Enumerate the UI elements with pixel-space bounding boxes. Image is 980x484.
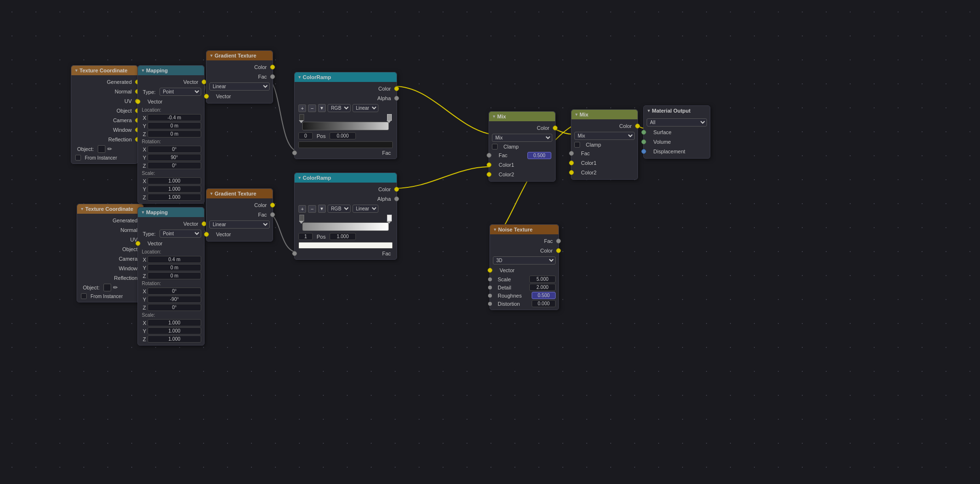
mapping2-loc-z[interactable] [148, 272, 201, 279]
cr1-fac-in[interactable] [292, 150, 297, 155]
cr1-pos-index[interactable] [298, 132, 313, 139]
noise-distortion-socket[interactable] [488, 302, 492, 306]
mapping1-rot-y[interactable] [148, 154, 201, 161]
mapping2-loc-y[interactable] [148, 264, 201, 271]
cr2-pos-index[interactable] [298, 233, 313, 240]
gt2-vector-in[interactable] [204, 232, 209, 237]
gt2-fac-out[interactable] [270, 212, 275, 217]
matout-surface-in[interactable] [641, 130, 646, 135]
mapping1-type-select[interactable]: Point [160, 88, 201, 96]
material-output-header[interactable]: ▾ Material Output [644, 106, 710, 115]
object-pencil-icon[interactable]: ✏ [107, 146, 112, 152]
cr1-menu-btn[interactable]: ▾ [318, 104, 326, 112]
colorramp-1-collapse[interactable]: ▾ [298, 75, 301, 80]
gt1-vector-in[interactable] [204, 94, 209, 99]
mix2-color1-in[interactable] [569, 161, 574, 165]
noise-detail-value[interactable] [529, 284, 556, 291]
colorramp-2-header[interactable]: ▾ ColorRamp [295, 173, 397, 183]
mix2-blend-select[interactable]: Mix [574, 132, 635, 140]
mapping-1-header[interactable]: ▾ Mapping [138, 66, 204, 75]
mapping2-scale-y[interactable] [148, 327, 201, 334]
mix1-color2-in[interactable] [487, 172, 491, 177]
material-output-collapse[interactable]: ▾ [648, 108, 650, 113]
gt2-type-select[interactable]: Linear [209, 220, 270, 229]
noise-scale-socket[interactable] [488, 277, 492, 281]
gradient-2-collapse[interactable]: ▾ [210, 191, 213, 196]
mix-1-collapse[interactable]: ▾ [493, 114, 495, 119]
mapping-1-collapse[interactable]: ▾ [142, 68, 144, 73]
mapping1-vector-in[interactable] [136, 99, 140, 104]
noise-collapse[interactable]: ▾ [494, 227, 496, 232]
mix2-clamp-checkbox[interactable] [574, 142, 580, 148]
cr1-interp-select[interactable]: Linear [353, 104, 378, 112]
from-instancer-checkbox[interactable] [75, 155, 81, 161]
mapping1-scale-x[interactable] [148, 177, 201, 184]
cr2-fac-in[interactable] [292, 251, 297, 256]
mapping2-scale-x[interactable] [148, 319, 201, 326]
noise-scale-value[interactable] [529, 276, 556, 283]
noise-distortion-value[interactable] [532, 300, 556, 307]
cr1-alpha-out[interactable] [394, 96, 399, 101]
gt1-color-out[interactable] [270, 65, 275, 69]
mapping2-scale-z[interactable] [148, 335, 201, 343]
mapping1-scale-z[interactable] [148, 194, 201, 201]
colorramp-1-header[interactable]: ▾ ColorRamp [295, 72, 397, 82]
mix1-clamp-checkbox[interactable] [492, 144, 498, 150]
tc2-from-instancer-checkbox[interactable] [81, 293, 87, 299]
collapse-icon[interactable]: ▾ [75, 68, 78, 73]
mapping1-loc-x[interactable] [148, 114, 201, 121]
cr2-gradient-display[interactable] [302, 222, 389, 231]
noise-detail-socket[interactable] [488, 286, 492, 289]
cr2-mode-select[interactable]: RGB [328, 205, 351, 213]
mapping2-rot-x[interactable] [148, 288, 201, 295]
mix1-blend-select[interactable]: Mix [492, 134, 552, 142]
mix1-color-out[interactable] [553, 126, 558, 130]
noise-fac-out[interactable] [556, 239, 561, 243]
mix1-fac-in[interactable] [487, 153, 491, 158]
gradient-1-header[interactable]: ▾ Gradient Texture [206, 51, 273, 60]
cr2-alpha-out[interactable] [394, 196, 399, 201]
tc2-pencil-icon[interactable]: ✏ [113, 284, 118, 291]
cr2-interp-select[interactable]: Linear [353, 205, 378, 213]
material-output-target-select[interactable]: All [647, 118, 707, 127]
mix1-color1-in[interactable] [487, 162, 491, 167]
collapse-icon-2[interactable]: ▾ [81, 207, 83, 211]
texture-coord-2-header[interactable]: ▾ Texture Coordinate [77, 204, 143, 214]
cr1-color-out[interactable] [394, 86, 399, 91]
gt1-fac-out[interactable] [270, 74, 275, 79]
matout-displacement-in[interactable] [641, 149, 646, 154]
mapping1-scale-y[interactable] [148, 185, 201, 193]
cr1-pos-value[interactable] [330, 132, 356, 139]
mapping1-loc-y[interactable] [148, 122, 201, 129]
cr2-color-out[interactable] [394, 187, 399, 192]
noise-dim-select[interactable]: 3D [493, 256, 556, 265]
gradient-1-collapse[interactable]: ▾ [210, 53, 213, 58]
mapping-2-header[interactable]: ▾ Mapping [138, 207, 204, 217]
mapping2-rot-y[interactable] [148, 296, 201, 303]
noise-roughness-value[interactable] [532, 292, 556, 299]
tc2-color-swatch[interactable] [103, 284, 111, 291]
cr1-gradient-display[interactable] [302, 122, 389, 130]
colorramp-2-collapse[interactable]: ▾ [298, 175, 301, 180]
texture-coord-1-header[interactable]: ▾ Texture Coordinate [71, 66, 137, 75]
mix2-fac-in[interactable] [569, 151, 574, 156]
mapping1-rot-z[interactable] [148, 162, 201, 169]
cr2-remove-btn[interactable]: − [308, 205, 316, 213]
noise-header[interactable]: ▾ Noise Texture [490, 225, 558, 234]
cr2-menu-btn[interactable]: ▾ [318, 205, 326, 213]
cr1-add-btn[interactable]: + [298, 104, 306, 112]
mix1-fac-value[interactable] [527, 152, 551, 159]
mapping2-rot-z[interactable] [148, 304, 201, 311]
cr1-remove-btn[interactable]: − [308, 104, 316, 112]
mapping2-loc-x[interactable] [148, 256, 201, 263]
mapping1-rot-x[interactable] [148, 146, 201, 153]
gradient-2-header[interactable]: ▾ Gradient Texture [206, 189, 273, 198]
mix-2-header[interactable]: ▾ Mix [571, 110, 638, 119]
mix-1-header[interactable]: ▾ Mix [489, 112, 555, 121]
noise-color-out[interactable] [556, 248, 561, 253]
cr1-mode-select[interactable]: RGB [328, 104, 351, 112]
cr2-pos-value[interactable] [330, 233, 356, 240]
object-color-swatch[interactable] [98, 145, 105, 153]
gt1-type-select[interactable]: Linear [209, 82, 270, 91]
mapping1-loc-z[interactable] [148, 130, 201, 138]
